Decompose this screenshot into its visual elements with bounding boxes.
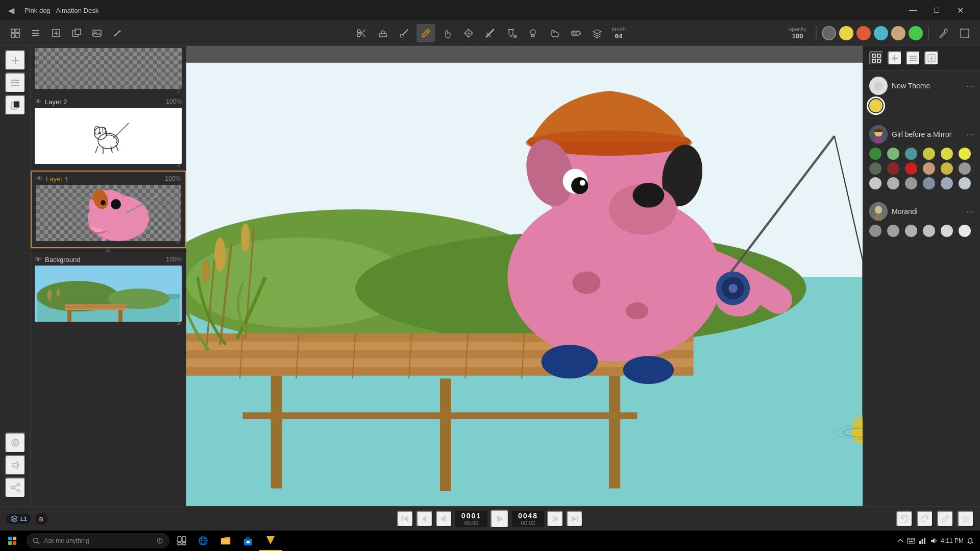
themes-list-view[interactable] xyxy=(906,51,920,65)
visibility-eye-2[interactable]: 👁 xyxy=(35,98,42,106)
edit-button[interactable] xyxy=(937,511,953,527)
scissors-tool[interactable] xyxy=(352,24,371,42)
brush-tool[interactable] xyxy=(395,24,413,42)
taskbar-app-yellow[interactable] xyxy=(259,531,282,551)
swatch-gm-4[interactable] xyxy=(941,148,953,160)
girl-mirror-more-button[interactable]: ··· xyxy=(966,129,974,140)
pen-tool[interactable] xyxy=(459,24,478,42)
skip-end-button[interactable] xyxy=(567,511,583,527)
themes-import-button[interactable] xyxy=(924,51,939,65)
hand-draw-tool[interactable] xyxy=(438,24,456,42)
add-frame-button[interactable] xyxy=(47,24,65,42)
themes-grid-view[interactable] xyxy=(869,51,884,65)
task-view-button[interactable] xyxy=(172,531,192,551)
clone-button[interactable] xyxy=(67,24,86,42)
color-teal-swatch[interactable] xyxy=(874,26,888,40)
swatch-gm-16[interactable] xyxy=(941,177,953,189)
swatch-gm-0[interactable] xyxy=(869,148,881,160)
hamburger-button[interactable] xyxy=(5,73,26,93)
swatch-gm-11[interactable] xyxy=(959,162,971,175)
wand-button[interactable] xyxy=(108,24,127,42)
current-frame-time: 00:00 xyxy=(464,520,479,526)
fill-tool[interactable] xyxy=(502,24,521,42)
visibility-eye-bg[interactable]: 👁 xyxy=(35,255,42,263)
themes-add-button[interactable] xyxy=(888,51,902,65)
layer-item-empty[interactable]: ≡ xyxy=(31,46,186,94)
swatch-gm-1[interactable] xyxy=(887,148,899,160)
swatch-gm-15[interactable] xyxy=(923,177,935,189)
eraser-tool[interactable] xyxy=(567,24,585,42)
settings-button[interactable] xyxy=(958,511,974,527)
swatch-gm-14[interactable] xyxy=(905,177,917,189)
swatch-mor-3[interactable] xyxy=(923,225,935,237)
taskbar-search-bar[interactable]: Ask me anything xyxy=(27,533,169,548)
swatch-gm-6[interactable] xyxy=(869,162,881,175)
minimize-button[interactable]: — xyxy=(901,0,925,20)
color-yellow-swatch[interactable] xyxy=(839,26,853,40)
onion-skin-button[interactable] xyxy=(5,433,26,453)
svg-rect-174 xyxy=(182,543,186,545)
prev-frame-button[interactable] xyxy=(416,511,433,527)
stamp-tool[interactable] xyxy=(374,24,392,42)
skip-start-button[interactable] xyxy=(397,511,413,527)
eyedropper-tool[interactable] xyxy=(934,24,952,42)
swatch-mor-5[interactable] xyxy=(959,225,971,237)
canvas-area[interactable] xyxy=(186,46,863,531)
new-theme-swatch-0[interactable] xyxy=(869,99,883,112)
color-tan-swatch[interactable] xyxy=(891,26,905,40)
new-theme-more-button[interactable]: ··· xyxy=(966,81,974,91)
morandi-colors xyxy=(869,225,974,237)
taskbar-store-button[interactable] xyxy=(237,531,259,551)
swatch-mor-4[interactable] xyxy=(941,225,953,237)
swatch-gm-7[interactable] xyxy=(887,162,899,175)
add-layer-button[interactable] xyxy=(5,50,26,70)
start-button[interactable] xyxy=(0,531,24,551)
step-forward-button[interactable] xyxy=(547,511,564,527)
grid-view-button[interactable] xyxy=(6,24,24,42)
fill-color-swatch[interactable] xyxy=(822,26,836,40)
swatch-gm-9[interactable] xyxy=(923,162,935,175)
grab-tool[interactable] xyxy=(545,24,564,42)
layer-item-2[interactable]: 👁 Layer 2 100% xyxy=(31,94,186,171)
layer-item-bg[interactable]: 👁 Background 100% xyxy=(31,252,186,328)
undo-button[interactable] xyxy=(896,511,913,527)
chevron-up-icon[interactable] xyxy=(897,537,904,544)
layer-item-1[interactable]: 👁 Layer 1 100% xyxy=(31,171,186,248)
maximize-button[interactable]: □ xyxy=(925,0,948,20)
visibility-eye-1[interactable]: 👁 xyxy=(36,175,43,183)
taskbar-ie-button[interactable] xyxy=(192,531,214,551)
swatch-gm-3[interactable] xyxy=(923,148,935,160)
close-button[interactable]: ✕ xyxy=(948,0,972,20)
calligraphy-tool[interactable] xyxy=(481,24,499,42)
swatch-gm-17[interactable] xyxy=(959,177,971,189)
notification-icon[interactable] xyxy=(967,537,974,544)
color-green-swatch[interactable] xyxy=(909,26,923,40)
swatch-gm-13[interactable] xyxy=(887,177,899,189)
swatch-mor-2[interactable] xyxy=(905,225,917,237)
image-button[interactable] xyxy=(88,24,106,42)
color-orange-red-swatch[interactable] xyxy=(856,26,871,40)
bulb-tool[interactable] xyxy=(524,24,542,42)
swatch-gm-10[interactable] xyxy=(941,162,953,175)
swatch-mor-0[interactable] xyxy=(869,225,881,237)
play-pause-button[interactable] xyxy=(491,510,509,528)
redo-button[interactable] xyxy=(917,511,933,527)
morandi-more-button[interactable]: ··· xyxy=(966,206,974,217)
share-button[interactable] xyxy=(5,477,26,498)
crop-tool[interactable] xyxy=(955,24,974,42)
list-view-button[interactable] xyxy=(27,24,45,42)
swatch-gm-12[interactable] xyxy=(869,177,881,189)
step-back-button[interactable] xyxy=(436,511,452,527)
audio-button[interactable] xyxy=(5,455,26,475)
swatch-mor-1[interactable] xyxy=(887,225,899,237)
swatch-gm-5[interactable] xyxy=(959,148,971,160)
current-frame-display: 0001 00:00 xyxy=(455,511,487,527)
pencil-tool[interactable] xyxy=(416,24,435,42)
copy-layer-button[interactable] xyxy=(5,95,26,115)
taskbar-explorer-button[interactable] xyxy=(214,531,237,551)
back-button[interactable]: ◀ xyxy=(8,6,14,15)
swatch-gm-8[interactable] xyxy=(905,162,917,175)
swatch-gm-2[interactable] xyxy=(905,148,917,160)
layers-stack-tool[interactable] xyxy=(588,24,606,42)
svg-line-59 xyxy=(95,146,98,153)
